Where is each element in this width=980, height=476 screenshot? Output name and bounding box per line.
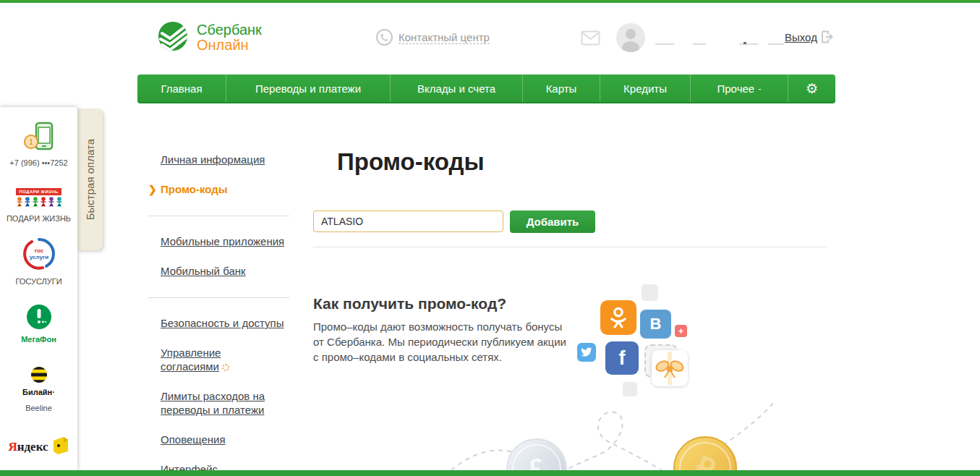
dropdown-indicator-icon: -	[758, 83, 761, 94]
how-to-get-text: Промо–коды дают возможность получать бон…	[313, 319, 566, 365]
user-avatar[interactable]	[616, 23, 645, 52]
promo-code-input[interactable]	[313, 211, 503, 232]
yandex-money-icon	[52, 436, 69, 458]
yandex-logo-text: Яндекс	[8, 440, 48, 454]
quick-pay-beeline[interactable]: Билайн· Beeline	[0, 366, 77, 412]
nav-deposits-accounts[interactable]: Вклады и счета	[391, 75, 523, 102]
quick-pay-podari-zhizn[interactable]: ПОДАРИ ЖИЗНЬ ПОДАРИ ЖИЗНЬ	[0, 183, 77, 223]
nav-credits[interactable]: Кредиты	[600, 75, 691, 102]
plus-icon: +	[675, 325, 687, 337]
quick-pay-yandex[interactable]: Яндекс	[0, 436, 77, 458]
contact-center-link[interactable]: Контактный центр	[399, 31, 490, 44]
sberbank-logo-icon	[158, 21, 188, 54]
gear-icon: ⚙	[806, 80, 818, 97]
gosuslugi-logo-icon: гос услуги	[22, 260, 56, 273]
contact-center: Контактный центр	[376, 29, 490, 46]
gift-icon	[652, 350, 688, 386]
logout-link[interactable]: Выход	[785, 31, 817, 43]
menu-item-consents[interactable]: Управление согласиями	[161, 346, 269, 373]
menu-item-personal-info[interactable]: Личная информация	[161, 153, 289, 166]
beeline-logo-icon	[30, 373, 48, 386]
svg-text:гос: гос	[34, 247, 43, 254]
how-to-get-title: Как получить промо-код?	[313, 295, 506, 313]
menu-item-security-access[interactable]: Безопасность и доступы	[161, 316, 289, 330]
decor-square	[642, 284, 658, 301]
phone-icon	[376, 29, 393, 46]
quick-pay-megafon[interactable]: МегаФон	[0, 304, 77, 344]
facebook-icon: f	[605, 341, 639, 375]
quick-pay-gosuslugi[interactable]: гос услуги ГОСУСЛУГИ	[0, 237, 77, 286]
quick-pay-phone[interactable]: 1 +7 (996) •••7252	[0, 122, 77, 167]
decor-square	[623, 382, 637, 396]
menu-item-spending-limits[interactable]: Лимиты расходов на переводы и платежи	[161, 389, 287, 417]
megafon-logo-icon	[26, 320, 52, 332]
menu-item-notifications[interactable]: Оповещения	[161, 433, 289, 446]
nav-cards[interactable]: Карты	[523, 75, 600, 102]
vk-icon: В	[640, 310, 671, 339]
top-green-strip	[0, 0, 980, 3]
settings-menu: Личная информация ❯ Промо-коды Мобильные…	[148, 153, 289, 476]
sberbank-logo[interactable]: Сбербанк Онлайн	[158, 21, 262, 54]
podari-zhizn-logo-icon: ПОДАРИ ЖИЗНЬ	[15, 183, 63, 210]
bottom-green-strip	[0, 470, 980, 476]
quick-pay-panel: 1 +7 (996) •••7252 ПОДАРИ ЖИЗНЬ	[0, 107, 77, 476]
menu-item-mobile-bank[interactable]: Мобильный банк	[161, 264, 289, 278]
sberbank-logo-text: Сбербанк Онлайн	[197, 22, 262, 53]
nav-home[interactable]: Главная	[137, 75, 226, 102]
mail-icon[interactable]	[581, 30, 600, 48]
odnoklassniki-icon	[600, 300, 636, 335]
nav-transfers-payments[interactable]: Переводы и платежи	[226, 75, 391, 102]
add-promo-button[interactable]: Добавить	[510, 211, 595, 233]
sberbank-online-page: Сбербанк Онлайн Контактный центр Выход	[0, 0, 980, 476]
content-divider	[313, 247, 827, 247]
menu-divider	[148, 216, 289, 216]
main-navigation: Главная Переводы и платежи Вклады и счет…	[137, 75, 835, 103]
active-chevron-icon: ❯	[148, 183, 157, 197]
twitter-icon	[577, 343, 596, 362]
nav-more[interactable]: Прочее -	[691, 75, 788, 102]
logout-icon[interactable]	[820, 30, 833, 46]
quick-pay-tab[interactable]: Быстрая оплата	[77, 109, 103, 250]
consents-badge-icon	[222, 364, 229, 371]
menu-item-promo-codes[interactable]: ❯ Промо-коды	[161, 182, 289, 196]
coins-decoration: £ ₽	[405, 401, 810, 476]
page-title: Промо-коды	[337, 148, 485, 176]
svg-text:1: 1	[29, 138, 33, 146]
menu-item-mobile-apps[interactable]: Мобильные приложения	[161, 234, 289, 248]
social-networks-illustration: В + f	[568, 281, 705, 400]
phone-with-coin-icon: 1	[22, 142, 56, 154]
svg-text:услуги: услуги	[29, 254, 48, 260]
nav-settings-gear[interactable]: ⚙	[788, 75, 835, 102]
menu-divider	[148, 297, 289, 298]
